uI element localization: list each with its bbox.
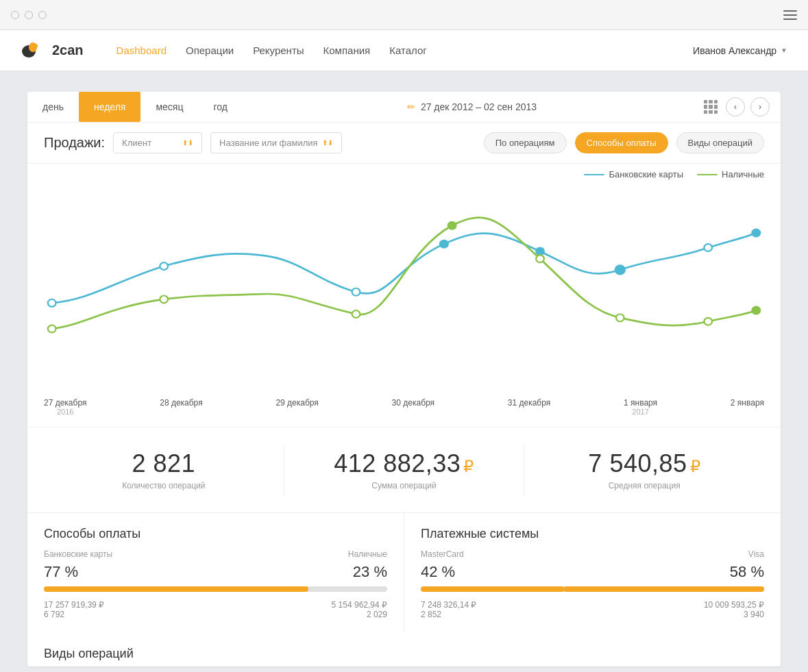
nav-company[interactable]: Компания bbox=[323, 45, 371, 56]
mastercard-pct: 42 % bbox=[421, 563, 455, 581]
legend-row: Банковские карты Наличные bbox=[27, 164, 781, 185]
tab-month[interactable]: месяц bbox=[140, 92, 198, 122]
tab-week[interactable]: неделя bbox=[79, 92, 140, 122]
x-label-6: 2 января bbox=[731, 398, 764, 416]
svg-point-15 bbox=[536, 255, 544, 262]
x-label-date: 30 декабря bbox=[392, 398, 434, 408]
payment-systems-panel: Платежные системы MasterCard Visa 42 % 5… bbox=[404, 513, 781, 633]
hamburger-menu[interactable] bbox=[783, 10, 797, 20]
bank-cards-label: Банковские карты bbox=[44, 549, 112, 559]
bank-cards-amount: 17 257 919,39 ₽ bbox=[44, 600, 104, 610]
nav-recurents[interactable]: Рекуренты bbox=[253, 45, 304, 56]
stat-avg: 7 540,85₽ Средняя операция bbox=[524, 444, 764, 496]
user-menu[interactable]: Иванов Александр ▼ bbox=[693, 45, 787, 56]
user-name: Иванов Александр bbox=[693, 45, 776, 56]
cash-amounts: 5 154 962,94 ₽ 2 029 bbox=[332, 600, 387, 619]
bottom-panels: Способы оплаты Банковские карты Наличные… bbox=[27, 512, 781, 633]
operation-types-title: Виды операций bbox=[44, 647, 134, 660]
cash-label: Наличные bbox=[348, 549, 387, 559]
x-label-5: 1 января 2017 bbox=[624, 398, 657, 416]
date-range: ✏ 27 дек 2012 – 02 сен 2013 bbox=[243, 101, 701, 112]
mastercard-count: 2 852 bbox=[421, 610, 476, 619]
x-label-date: 1 января bbox=[624, 398, 657, 408]
cash-count: 2 029 bbox=[332, 610, 387, 619]
legend-bank-cards: Банковские карты bbox=[584, 169, 683, 179]
visa-label: Visa bbox=[748, 549, 764, 559]
tab-day[interactable]: день bbox=[27, 92, 79, 122]
payment-percents: 77 % 23 % bbox=[44, 563, 387, 581]
nav-catalog[interactable]: Каталог bbox=[389, 45, 427, 56]
window-controls bbox=[11, 11, 47, 19]
bank-cards-pct: 77 % bbox=[44, 563, 78, 581]
svg-point-14 bbox=[448, 222, 456, 229]
x-label-1: 28 декабря bbox=[160, 398, 202, 416]
mastercard-amount: 7 248 326,14 ₽ bbox=[421, 600, 476, 610]
filter-by-operations-btn[interactable]: По операциям bbox=[484, 132, 567, 153]
visa-fill bbox=[565, 586, 764, 592]
stat-count: 2 821 Количество операций bbox=[44, 444, 284, 496]
payment-progress-bar bbox=[44, 586, 387, 592]
svg-point-9 bbox=[704, 244, 712, 251]
select-arrow-icon: ⬆⬇ bbox=[322, 139, 333, 147]
filters-row: Продажи: Клиент ⬆⬇ Название или фамилия … bbox=[27, 123, 781, 164]
x-label-2: 29 декабря bbox=[276, 398, 318, 416]
svg-point-4 bbox=[160, 262, 168, 270]
chart-area bbox=[27, 185, 781, 393]
client-select[interactable]: Клиент ⬆⬇ bbox=[113, 132, 202, 153]
logo-icon bbox=[21, 40, 48, 61]
legend-cash-label: Наличные bbox=[722, 169, 764, 179]
x-axis: 27 декабря 2016 28 декабря 29 декабря 30… bbox=[27, 393, 781, 427]
logo[interactable]: 2can bbox=[21, 40, 84, 61]
mastercard-amounts: 7 248 326,14 ₽ 2 852 bbox=[421, 600, 476, 619]
grid-cell bbox=[704, 110, 707, 114]
payment-labels: Банковские карты Наличные bbox=[44, 549, 387, 559]
name-select[interactable]: Название или фамилия ⬆⬇ bbox=[210, 132, 341, 153]
stats-row: 2 821 Количество операций 412 882,33₽ Су… bbox=[27, 427, 781, 512]
menu-line bbox=[783, 10, 797, 12]
svg-point-11 bbox=[48, 325, 56, 333]
tab-year[interactable]: год bbox=[198, 92, 242, 122]
stat-count-value: 2 821 bbox=[58, 449, 270, 478]
filter-payment-methods-btn[interactable]: Способы оплаты bbox=[575, 132, 668, 153]
logo-text: 2can bbox=[52, 42, 84, 58]
grid-view-icon[interactable] bbox=[701, 97, 720, 116]
grid-cell bbox=[704, 105, 707, 108]
operation-types-section: Виды операций bbox=[27, 633, 781, 667]
maximize-dot[interactable] bbox=[38, 11, 47, 19]
menu-line bbox=[783, 14, 797, 16]
name-select-text: Название или фамилия bbox=[219, 138, 317, 148]
systems-fill bbox=[421, 586, 565, 592]
pencil-icon: ✏ bbox=[407, 101, 415, 112]
grid-cell bbox=[709, 100, 712, 103]
period-card: день неделя месяц год ✏ 27 дек 2012 – 02… bbox=[27, 92, 781, 667]
grid-cell bbox=[714, 100, 718, 103]
svg-point-17 bbox=[704, 318, 712, 325]
grid-cell bbox=[709, 110, 712, 114]
next-arrow[interactable]: › bbox=[750, 97, 770, 116]
visa-count: 3 940 bbox=[704, 610, 764, 619]
nav-dashboard[interactable]: Dashboard bbox=[117, 45, 167, 56]
stat-count-label: Количество операций bbox=[58, 481, 270, 490]
payment-methods-title: Способы оплаты bbox=[44, 527, 387, 541]
grid-cell bbox=[704, 100, 707, 103]
x-label-year: 2017 bbox=[624, 408, 657, 416]
nav-operations[interactable]: Операции bbox=[186, 45, 234, 56]
stat-sum-label: Сумма операций bbox=[298, 481, 511, 490]
minimize-dot[interactable] bbox=[25, 11, 33, 19]
filter-operation-types-btn[interactable]: Виды операций bbox=[676, 132, 764, 153]
cash-amount: 5 154 962,94 ₽ bbox=[332, 600, 387, 610]
prev-arrow[interactable]: ‹ bbox=[726, 97, 745, 116]
legend-cash: Наличные bbox=[697, 169, 764, 179]
titlebar bbox=[0, 0, 808, 30]
cash-pct: 23 % bbox=[353, 563, 387, 581]
svg-point-10 bbox=[752, 229, 760, 237]
currency-icon: ₽ bbox=[690, 457, 701, 475]
date-range-text: 27 дек 2012 – 02 сен 2013 bbox=[421, 101, 537, 112]
chevron-down-icon: ▼ bbox=[781, 47, 787, 54]
navbar: 2can Dashboard Операции Рекуренты Компан… bbox=[0, 30, 808, 71]
period-tabs: день неделя месяц год bbox=[27, 92, 243, 122]
close-dot[interactable] bbox=[11, 11, 19, 19]
grid-cell bbox=[714, 105, 718, 108]
svg-point-13 bbox=[352, 310, 360, 318]
filters-label: Продажи: bbox=[44, 135, 105, 151]
